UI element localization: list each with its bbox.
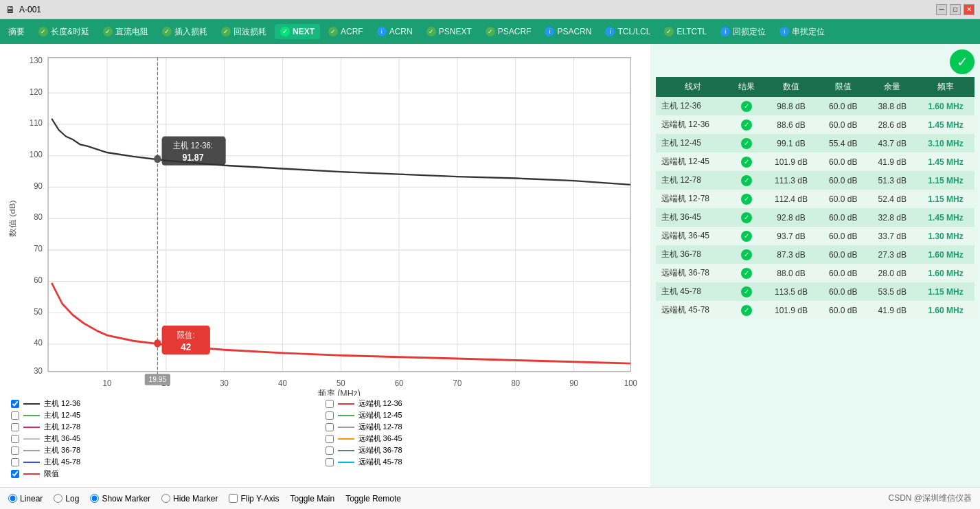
result-check-icon: ✓ (741, 120, 752, 131)
flip-y-label[interactable]: Flip Y-Axis (240, 494, 279, 504)
table-row: 主机 12-36✓98.8 dB60.0 dB38.8 dB1.60 MHz (656, 97, 975, 115)
svg-text:10: 10 (103, 378, 112, 388)
cell-margin: 43.7 dB (867, 134, 917, 152)
svg-text:19.95: 19.95 (148, 374, 166, 383)
linear-label[interactable]: Linear (20, 494, 43, 504)
show-marker-label[interactable]: Show Marker (102, 494, 150, 504)
table-row: 主机 45-78✓113.5 dB60.0 dB53.5 dB1.15 MHz (656, 282, 975, 301)
table-row: 远端机 36-45✓93.7 dB60.0 dB33.7 dB1.30 MHz (656, 227, 975, 245)
hide-marker-label[interactable]: Hide Marker (173, 494, 218, 504)
legend-item-remote-36-78[interactable]: 远端机 36-78 (326, 445, 640, 455)
toggle-remote-button[interactable]: Toggle Remote (345, 494, 401, 504)
legend-item-host-36-45[interactable]: 主机 36-45 (11, 433, 326, 444)
legend-checkbox-remote-12-45[interactable] (326, 411, 334, 420)
nav-item-eltctl[interactable]: ✓ ELTCTL (659, 24, 712, 39)
cell-margin: 52.4 dB (867, 190, 917, 208)
nav-label-tcl: TCL/LCL (617, 27, 650, 36)
window-controls: ─ □ ✕ (936, 4, 975, 15)
nav-label-dc: 直流电阻 (115, 26, 148, 38)
flip-y-checkbox[interactable] (229, 494, 238, 503)
legend-item-host-36-78[interactable]: 主机 36-78 (11, 445, 326, 455)
cell-result: ✓ (729, 264, 764, 282)
nav-item-return-loc[interactable]: i 回损定位 (715, 23, 771, 41)
cell-value: 98.8 dB (764, 97, 819, 115)
legend-item-host-45-78[interactable]: 主机 45-78 (11, 457, 326, 467)
nav-item-tcl[interactable]: i TCL/LCL (600, 24, 656, 39)
legend-checkbox-host-36-45[interactable] (11, 435, 19, 443)
table-row: 远端机 45-78✓101.9 dB60.0 dB41.9 dB1.60 MHz (656, 301, 975, 319)
cell-limit: 60.0 dB (819, 97, 868, 115)
show-marker-radio[interactable] (90, 494, 99, 503)
nav-label-acrn: ACRN (389, 27, 413, 36)
cell-freq: 1.15 MHz (917, 190, 975, 208)
toggle-main-button[interactable]: Toggle Main (290, 494, 334, 504)
cell-limit: 60.0 dB (819, 245, 868, 264)
table-row: 主机 12-78✓111.3 dB60.0 dB51.3 dB1.15 MHz (656, 171, 975, 190)
col-header-result: 结果 (729, 77, 764, 97)
table-row: 主机 12-45✓99.1 dB55.4 dB43.7 dB3.10 MHz (656, 134, 975, 152)
legend-line-host-36-78 (23, 450, 40, 451)
cell-result: ✓ (729, 171, 764, 190)
legend-checkbox-remote-36-45[interactable] (326, 435, 334, 443)
legend-line-host-12-45 (23, 415, 40, 416)
log-label[interactable]: Log (65, 494, 79, 504)
maximize-button[interactable]: □ (950, 4, 961, 15)
app-icon: 🖥 (5, 4, 15, 15)
legend-item-remote-12-36[interactable]: 远端机 12-36 (326, 398, 640, 409)
nav-item-psacrf[interactable]: ✓ PSACRF (480, 24, 537, 39)
nav-item-dc[interactable]: ✓ 直流电阻 (98, 23, 154, 41)
check-icon-next: ✓ (280, 27, 290, 36)
linear-radio[interactable] (8, 494, 17, 503)
legend-checkbox-host-12-45[interactable] (11, 411, 19, 420)
svg-text:120: 120 (30, 87, 43, 97)
cell-value: 92.8 dB (764, 208, 819, 227)
hide-marker-radio[interactable] (161, 494, 170, 503)
legend-checkbox-host-36-78[interactable] (11, 446, 19, 455)
nav-item-length[interactable]: ✓ 长度&时延 (33, 23, 95, 41)
nav-label-crosstalk-loc: 串扰定位 (792, 26, 825, 38)
cell-limit: 60.0 dB (819, 115, 868, 134)
nav-item-psnext[interactable]: ✓ PSNEXT (421, 24, 477, 39)
cell-value: 112.4 dB (764, 190, 819, 208)
legend-checkbox-remote-12-78[interactable] (326, 423, 334, 431)
nav-item-acrf[interactable]: ✓ ACRF (323, 24, 369, 39)
legend-item-limit[interactable]: 限值 (11, 468, 326, 479)
nav-item-psacrn[interactable]: i PSACRN (539, 24, 597, 39)
legend-item-host-12-45[interactable]: 主机 12-45 (11, 410, 326, 420)
nav-item-summary[interactable]: 摘要 (3, 23, 30, 41)
legend-checkbox-remote-36-78[interactable] (326, 446, 334, 455)
legend-checkbox-host-12-78[interactable] (11, 423, 19, 431)
legend-checkbox-remote-45-78[interactable] (326, 458, 334, 466)
legend-label-host-12-45: 主机 12-45 (44, 410, 80, 420)
minimize-button[interactable]: ─ (936, 4, 947, 15)
legend-checkbox-host-45-78[interactable] (11, 458, 19, 466)
log-radio[interactable] (54, 494, 62, 503)
svg-text:90: 90 (34, 181, 43, 191)
cell-freq: 1.60 MHz (917, 97, 975, 115)
legend-item-remote-12-45[interactable]: 远端机 12-45 (326, 410, 640, 420)
nav-label-summary: 摘要 (8, 26, 25, 38)
svg-text:70: 70 (34, 244, 43, 254)
legend-checkbox-limit[interactable] (11, 470, 19, 478)
legend-item-remote-12-78[interactable]: 远端机 12-78 (326, 422, 640, 432)
cell-value: 87.3 dB (764, 245, 819, 264)
close-button[interactable]: ✕ (964, 4, 975, 15)
hide-marker-group: Hide Marker (161, 494, 218, 504)
nav-item-return[interactable]: ✓ 回波损耗 (216, 23, 272, 41)
table-body: 主机 12-36✓98.8 dB60.0 dB38.8 dB1.60 MHz远端… (656, 97, 975, 319)
legend-item-host-12-78[interactable]: 主机 12-78 (11, 422, 326, 432)
nav-item-next[interactable]: ✓ NEXT (275, 24, 320, 39)
cell-pair: 主机 36-45 (656, 208, 729, 227)
nav-item-acrn[interactable]: i ACRN (372, 24, 418, 39)
legend-item-host-12-36[interactable]: 主机 12-36 (11, 398, 326, 409)
cell-freq: 1.60 MHz (917, 245, 975, 264)
cell-pair: 远端机 12-36 (656, 115, 729, 134)
nav-item-insertion[interactable]: ✓ 插入损耗 (157, 23, 213, 41)
legend-checkbox-host-12-36[interactable] (11, 400, 19, 408)
legend-checkbox-remote-12-36[interactable] (326, 400, 334, 408)
show-marker-group: Show Marker (90, 494, 150, 504)
legend-item-remote-36-45[interactable]: 远端机 36-45 (326, 433, 640, 444)
cell-result: ✓ (729, 152, 764, 171)
nav-item-crosstalk-loc[interactable]: i 串扰定位 (774, 23, 830, 41)
legend-item-remote-45-78[interactable]: 远端机 45-78 (326, 457, 640, 467)
